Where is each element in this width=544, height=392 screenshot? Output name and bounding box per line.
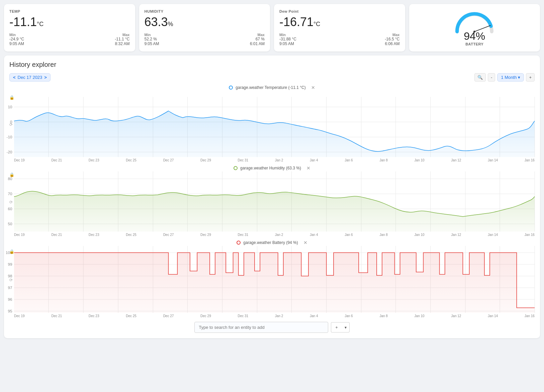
battery-scale-icon: ⟳	[9, 278, 13, 282]
humidity-max: Max 67 % 6:01 AM	[250, 33, 265, 46]
svg-text:96: 96	[8, 297, 12, 301]
battery-legend-circle	[237, 241, 241, 245]
temp-card-label: TEMP	[9, 9, 130, 13]
battery-x-labels: Dec 19Dec 21Dec 23Dec 25Dec 27Dec 29Dec …	[14, 314, 535, 318]
temp-max: Max -11.1 °C 8:32 AM	[115, 33, 129, 46]
history-title: History explorer	[9, 61, 535, 69]
date-nav[interactable]: < Dec 17 2023 >	[9, 73, 51, 82]
dewpoint-card-label: Dew Point	[279, 9, 400, 13]
add-entity-button[interactable]: +	[331, 322, 342, 333]
humidity-card-label: HUMIDITY	[145, 9, 265, 13]
svg-text:50: 50	[8, 222, 12, 226]
battery-chart-wrapper: 🔒 ⟳	[9, 246, 535, 314]
period-select[interactable]: 1 Month ▾	[497, 73, 524, 82]
prev-arrow[interactable]: <	[13, 75, 16, 80]
temp-chart-header: garage.weather Temperature (-11.1 °C) ✕	[9, 85, 535, 90]
svg-point-50	[237, 241, 240, 244]
temp-card-value: -11.1°C	[9, 15, 130, 29]
humidity-chart-wrapper: 🔒 ⟳ 80 70	[9, 171, 535, 233]
dewpoint-card-value: -16.71°C	[279, 15, 400, 29]
search-bar: + ▾	[9, 322, 535, 333]
humidity-scale-icon: ⟳	[9, 200, 13, 205]
temp-chart-svg-wrap: 10 0 -10 -20	[14, 97, 535, 158]
humidity-legend-circle	[234, 166, 238, 170]
temp-x-labels: Dec 19Dec 21Dec 23Dec 25Dec 27Dec 29Dec …	[14, 158, 535, 162]
humidity-lock-icon: 🔒	[9, 172, 14, 177]
svg-text:80: 80	[8, 177, 12, 181]
zoom-icon-btn[interactable]: 🔍	[474, 73, 486, 82]
humidity-chart-close[interactable]: ✕	[306, 165, 310, 171]
temp-chart-container: garage.weather Temperature (-11.1 °C) ✕ …	[9, 85, 535, 162]
temp-minmax: Min -24.9 °C 9:05 AM Max -11.1 °C 8:32 A…	[9, 33, 130, 46]
zoom-minus-btn[interactable]: -	[488, 73, 495, 82]
battery-value: 94%	[464, 31, 485, 41]
battery-chart-label: garage.weather Battery (94 %)	[243, 240, 298, 245]
battery-chart-container: garage.weather Battery (94 %) ✕ 🔒 ⟳	[9, 240, 535, 318]
temp-min: Min -24.9 °C 9:05 AM	[9, 33, 24, 46]
temp-chart-label: garage.weather Temperature (-11.1 °C)	[236, 85, 305, 90]
date-display: Dec 17 2023	[18, 75, 42, 80]
dewpoint-min: Min -31.88 °C 9:05 AM	[279, 33, 296, 46]
history-card: History explorer < Dec 17 2023 > 🔍 - 1 M…	[4, 55, 540, 338]
svg-text:99: 99	[8, 262, 12, 266]
humidity-minmax: Min 52.2 % 9:05 AM Max 67 % 6:01 AM	[145, 33, 265, 46]
entity-search-input[interactable]	[194, 322, 328, 333]
top-cards-row: TEMP -11.1°C Min -24.9 °C 9:05 AM Max -1…	[4, 4, 540, 51]
svg-text:60: 60	[8, 207, 12, 211]
add-group: + ▾	[331, 322, 350, 333]
svg-point-26	[234, 166, 237, 170]
svg-text:-20: -20	[7, 150, 12, 154]
humidity-chart-svg: 80 70 60 50	[14, 171, 535, 232]
zoom-controls: 🔍 - 1 Month ▾ +	[474, 73, 535, 82]
battery-card: 94% BATTERY	[409, 4, 540, 51]
battery-chart-svg-wrap: 100 99 98 97 96 95	[14, 246, 535, 314]
temp-lock-icon: 🔒	[9, 95, 14, 100]
dewpoint-max: Max -16.5 °C 6:06 AM	[385, 33, 399, 46]
next-arrow[interactable]: >	[44, 75, 47, 80]
battery-chart-svg: 100 99 98 97 96 95	[14, 246, 535, 313]
humidity-min: Min 52.2 % 9:05 AM	[145, 33, 159, 46]
dewpoint-card: Dew Point -16.71°C Min -31.88 °C 9:05 AM…	[274, 4, 405, 51]
humidity-chart-label: garage.weather Humidity (63.3 %)	[240, 166, 301, 170]
add-entity-dropdown[interactable]: ▾	[342, 322, 350, 333]
humidity-chart-header: garage.weather Humidity (63.3 %) ✕	[9, 165, 535, 171]
battery-label: BATTERY	[464, 42, 485, 46]
temp-chart-svg: 10 0 -10 -20	[14, 97, 535, 157]
dewpoint-minmax: Min -31.88 °C 9:05 AM Max -16.5 °C 6:06 …	[279, 33, 400, 46]
svg-text:97: 97	[8, 286, 12, 290]
humidity-chart-svg-wrap: 80 70 60 50	[14, 171, 535, 233]
temp-chart-close[interactable]: ✕	[311, 85, 315, 90]
svg-point-2	[229, 86, 233, 89]
zoom-plus-btn[interactable]: +	[526, 73, 535, 82]
humidity-chart-container: garage.weather Humidity (63.3 %) ✕ 🔒 ⟳	[9, 165, 535, 237]
temp-card: TEMP -11.1°C Min -24.9 °C 9:05 AM Max -1…	[4, 4, 135, 51]
humidity-x-labels: Dec 19Dec 21Dec 23Dec 25Dec 27Dec 29Dec …	[14, 233, 535, 237]
svg-text:-10: -10	[7, 135, 12, 139]
battery-chart-header: garage.weather Battery (94 %) ✕	[9, 240, 535, 245]
battery-gauge: 94% BATTERY	[444, 9, 505, 46]
humidity-card-value: 63.3%	[145, 15, 265, 29]
temp-scale-icon: ⟳	[9, 122, 13, 127]
history-toolbar: < Dec 17 2023 > 🔍 - 1 Month ▾ +	[9, 73, 535, 82]
svg-text:70: 70	[8, 192, 12, 196]
svg-text:95: 95	[8, 309, 12, 313]
battery-chart-close[interactable]: ✕	[303, 240, 307, 245]
temp-legend-circle	[229, 86, 233, 90]
battery-lock-icon: 🔒	[9, 249, 14, 254]
humidity-card: HUMIDITY 63.3% Min 52.2 % 9:05 AM Max 67…	[139, 4, 270, 51]
svg-text:10: 10	[8, 105, 12, 109]
temp-chart-wrapper: 🔒 ⟳ 10 0	[9, 91, 535, 158]
